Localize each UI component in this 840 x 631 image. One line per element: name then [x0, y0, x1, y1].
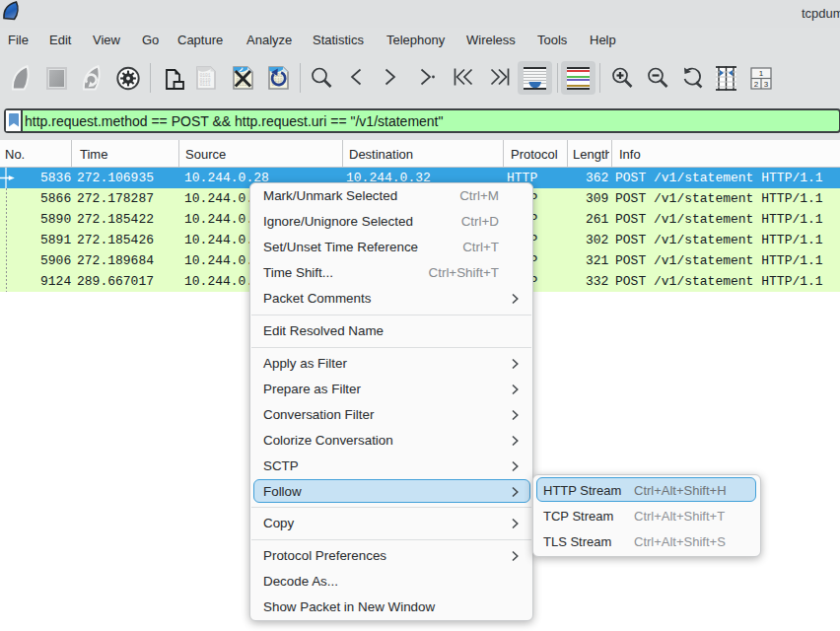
svg-text:3: 3	[764, 80, 769, 89]
svg-text:0111: 0111	[199, 82, 210, 87]
svg-text:1: 1	[759, 69, 764, 78]
svg-text:2: 2	[754, 80, 759, 89]
